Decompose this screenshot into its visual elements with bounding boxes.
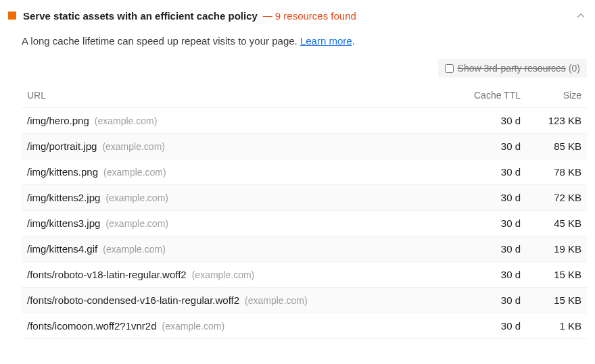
resource-origin: (example.com) xyxy=(192,269,255,280)
table-row[interactable]: /img/kittens2.jpg(example.com)30 d72 KB xyxy=(22,185,587,211)
table-row[interactable]: /img/kittens.png(example.com)30 d78 KB xyxy=(22,159,587,185)
table-row[interactable]: /img/kittens4.gif(example.com)30 d19 KB xyxy=(22,236,587,262)
table-row[interactable]: /img/portrait.jpg(example.com)30 d85 KB xyxy=(22,134,587,159)
cell-ttl: 30 d xyxy=(446,115,521,126)
cell-size: 15 KB xyxy=(521,269,581,280)
cell-ttl: 30 d xyxy=(446,320,521,332)
cell-size: 15 KB xyxy=(521,294,581,306)
third-party-checkbox[interactable] xyxy=(445,64,454,73)
resource-origin: (example.com) xyxy=(102,141,165,152)
cell-size: 123 KB xyxy=(521,115,581,126)
resource-path: /img/kittens.png xyxy=(27,166,98,178)
cell-url: /fonts/icomoon.woff2?1vnr2d(example.com) xyxy=(27,320,446,332)
table-row[interactable]: /fonts/roboto-condensed-v16-latin-regula… xyxy=(22,288,587,313)
resource-origin: (example.com) xyxy=(105,192,168,203)
cell-ttl: 30 d xyxy=(446,166,521,178)
resource-path: /img/kittens3.jpg xyxy=(27,217,100,229)
cell-ttl: 30 d xyxy=(446,140,521,152)
audit-description: A long cache lifetime can speed up repea… xyxy=(0,24,595,59)
audit-title: Serve static assets with an efficient ca… xyxy=(23,10,258,22)
table-row[interactable]: /fonts/roboto-v18-latin-regular.woff2(ex… xyxy=(22,262,587,288)
resource-path: /fonts/roboto-condensed-v16-latin-regula… xyxy=(27,294,239,306)
third-party-toggle-count: (0) xyxy=(569,63,580,74)
resource-origin: (example.com) xyxy=(103,167,166,178)
resource-origin: (example.com) xyxy=(105,218,168,229)
learn-more-link[interactable]: Learn more xyxy=(300,35,352,47)
cell-ttl: 30 d xyxy=(446,294,521,306)
cell-url: /img/kittens3.jpg(example.com) xyxy=(27,217,446,229)
third-party-toggle-row: Show 3rd-party resources (0) xyxy=(0,59,595,83)
cell-url: /img/hero.png(example.com) xyxy=(27,115,446,126)
cell-url: /img/portrait.jpg(example.com) xyxy=(27,140,446,152)
resource-origin: (example.com) xyxy=(245,295,308,306)
resource-path: /img/hero.png xyxy=(27,115,89,126)
resources-found-count: 9 resources found xyxy=(275,10,356,22)
cell-ttl: 30 d xyxy=(446,217,521,229)
table-row[interactable]: /fonts/icomoon.woff2?1vnr2d(example.com)… xyxy=(22,313,587,339)
cell-url: /fonts/roboto-condensed-v16-latin-regula… xyxy=(27,294,446,306)
cell-ttl: 30 d xyxy=(446,243,521,255)
cell-size: 1 KB xyxy=(521,320,581,332)
table-row[interactable]: /img/hero.png(example.com)30 d123 KB xyxy=(22,108,587,134)
severity-square-icon xyxy=(8,11,16,20)
cell-ttl: 30 d xyxy=(446,269,521,280)
table-body: /img/hero.png(example.com)30 d123 KB/img… xyxy=(22,108,587,339)
resources-table: URL Cache TTL Size /img/hero.png(example… xyxy=(0,83,595,339)
resource-origin: (example.com) xyxy=(162,321,225,332)
audit-header[interactable]: Serve static assets with an efficient ca… xyxy=(0,5,595,24)
separator-dash: — xyxy=(263,10,272,21)
resource-path: /fonts/roboto-v18-latin-regular.woff2 xyxy=(27,269,187,280)
resource-path: /img/kittens4.gif xyxy=(27,243,97,255)
third-party-toggle[interactable]: Show 3rd-party resources (0) xyxy=(438,59,587,78)
third-party-toggle-label: Show 3rd-party resources xyxy=(458,63,566,74)
cell-size: 72 KB xyxy=(521,192,581,203)
table-row[interactable]: /img/kittens3.jpg(example.com)30 d45 KB xyxy=(22,211,587,236)
cell-url: /img/kittens2.jpg(example.com) xyxy=(27,192,446,203)
resource-origin: (example.com) xyxy=(103,244,166,255)
resource-path: /img/kittens2.jpg xyxy=(27,192,100,203)
col-header-ttl: Cache TTL xyxy=(446,90,521,101)
cell-url: /img/kittens4.gif(example.com) xyxy=(27,243,446,255)
table-header: URL Cache TTL Size xyxy=(22,83,587,108)
resource-path: /img/portrait.jpg xyxy=(27,140,97,152)
cell-size: 78 KB xyxy=(521,166,581,178)
cell-size: 19 KB xyxy=(521,243,581,255)
chevron-up-icon[interactable] xyxy=(575,9,587,22)
audit-panel: Serve static assets with an efficient ca… xyxy=(0,0,595,347)
cell-size: 85 KB xyxy=(521,140,581,152)
description-tail: . xyxy=(352,35,355,47)
cell-url: /img/kittens.png(example.com) xyxy=(27,166,446,178)
cell-url: /fonts/roboto-v18-latin-regular.woff2(ex… xyxy=(27,269,446,280)
resource-origin: (example.com) xyxy=(95,115,158,126)
cell-ttl: 30 d xyxy=(446,192,521,203)
resource-path: /fonts/icomoon.woff2?1vnr2d xyxy=(27,320,157,332)
col-header-size: Size xyxy=(521,90,581,101)
description-text: A long cache lifetime can speed up repea… xyxy=(22,35,300,47)
col-header-url: URL xyxy=(27,90,446,101)
cell-size: 45 KB xyxy=(521,217,581,229)
